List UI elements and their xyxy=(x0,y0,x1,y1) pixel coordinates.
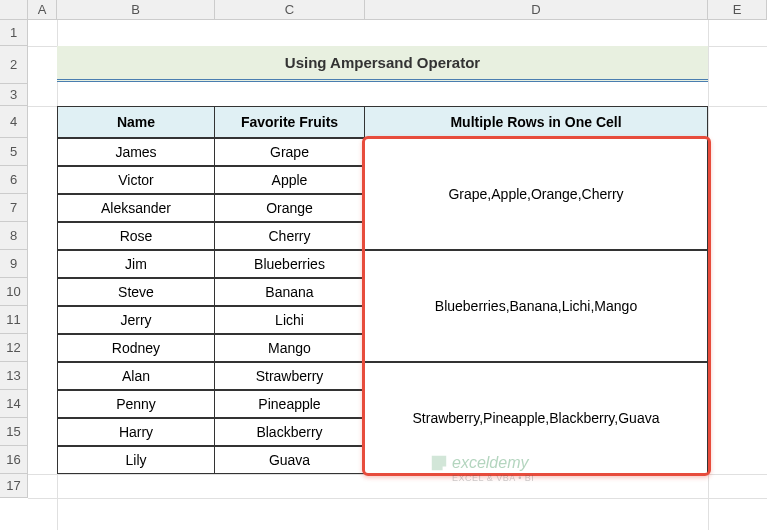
cell-fruit[interactable]: Strawberry xyxy=(214,362,365,390)
cell-name[interactable]: Steve xyxy=(57,278,215,306)
row-header-14[interactable]: 14 xyxy=(0,390,28,418)
cell-fruit[interactable]: Pineapple xyxy=(214,390,365,418)
merged-cell[interactable]: Strawberry,Pineapple,Blackberry,Guava xyxy=(364,362,708,474)
cell-fruit[interactable]: Lichi xyxy=(214,306,365,334)
header-name[interactable]: Name xyxy=(57,106,215,138)
spreadsheet: A B C D E 1 2 3 4 5 6 7 8 9 10 11 12 13 … xyxy=(0,0,767,530)
col-header-C[interactable]: C xyxy=(215,0,365,20)
row-header-7[interactable]: 7 xyxy=(0,194,28,222)
cell-name[interactable]: Rodney xyxy=(57,334,215,362)
cell-name[interactable]: Victor xyxy=(57,166,215,194)
row-header-11[interactable]: 11 xyxy=(0,306,28,334)
cell-name[interactable]: Jim xyxy=(57,250,215,278)
cell-name[interactable]: Lily xyxy=(57,446,215,474)
row-header-12[interactable]: 12 xyxy=(0,334,28,362)
header-merged[interactable]: Multiple Rows in One Cell xyxy=(364,106,708,138)
cell-fruit[interactable]: Blueberries xyxy=(214,250,365,278)
select-all-corner[interactable] xyxy=(0,0,28,20)
cell-name[interactable]: Alan xyxy=(57,362,215,390)
col-header-E[interactable]: E xyxy=(708,0,767,20)
cell-fruit[interactable]: Cherry xyxy=(214,222,365,250)
cell-fruit[interactable]: Apple xyxy=(214,166,365,194)
row-header-1[interactable]: 1 xyxy=(0,20,28,46)
row-header-5[interactable]: 5 xyxy=(0,138,28,166)
row-header-9[interactable]: 9 xyxy=(0,250,28,278)
row-header-15[interactable]: 15 xyxy=(0,418,28,446)
cell-name[interactable]: Jerry xyxy=(57,306,215,334)
col-header-A[interactable]: A xyxy=(28,0,57,20)
title-cell[interactable]: Using Ampersand Operator xyxy=(57,46,708,82)
watermark-text: exceldemy xyxy=(452,454,528,472)
row-header-4[interactable]: 4 xyxy=(0,106,28,138)
merged-cell[interactable]: Blueberries,Banana,Lichi,Mango xyxy=(364,250,708,362)
row-header-8[interactable]: 8 xyxy=(0,222,28,250)
row-header-3[interactable]: 3 xyxy=(0,84,28,106)
cell-fruit[interactable]: Mango xyxy=(214,334,365,362)
watermark: exceldemy xyxy=(430,454,528,472)
cell-fruit[interactable]: Blackberry xyxy=(214,418,365,446)
cell-fruit[interactable]: Grape xyxy=(214,138,365,166)
row-header-17[interactable]: 17 xyxy=(0,474,28,498)
row-header-16[interactable]: 16 xyxy=(0,446,28,474)
col-header-B[interactable]: B xyxy=(57,0,215,20)
cell-fruit[interactable]: Banana xyxy=(214,278,365,306)
watermark-icon xyxy=(430,454,448,472)
col-header-D[interactable]: D xyxy=(365,0,708,20)
merged-cell[interactable]: Grape,Apple,Orange,Cherry xyxy=(364,138,708,250)
cell-name[interactable]: Penny xyxy=(57,390,215,418)
row-header-2[interactable]: 2 xyxy=(0,46,28,84)
watermark-subtext: EXCEL & VBA • BI xyxy=(452,473,534,483)
cell-name[interactable]: Harry xyxy=(57,418,215,446)
cell-name[interactable]: Aleksander xyxy=(57,194,215,222)
cell-fruit[interactable]: Guava xyxy=(214,446,365,474)
row-header-10[interactable]: 10 xyxy=(0,278,28,306)
row-header-6[interactable]: 6 xyxy=(0,166,28,194)
cell-fruit[interactable]: Orange xyxy=(214,194,365,222)
header-fruits[interactable]: Favorite Fruits xyxy=(214,106,365,138)
row-header-13[interactable]: 13 xyxy=(0,362,28,390)
cell-name[interactable]: Rose xyxy=(57,222,215,250)
cell-name[interactable]: James xyxy=(57,138,215,166)
